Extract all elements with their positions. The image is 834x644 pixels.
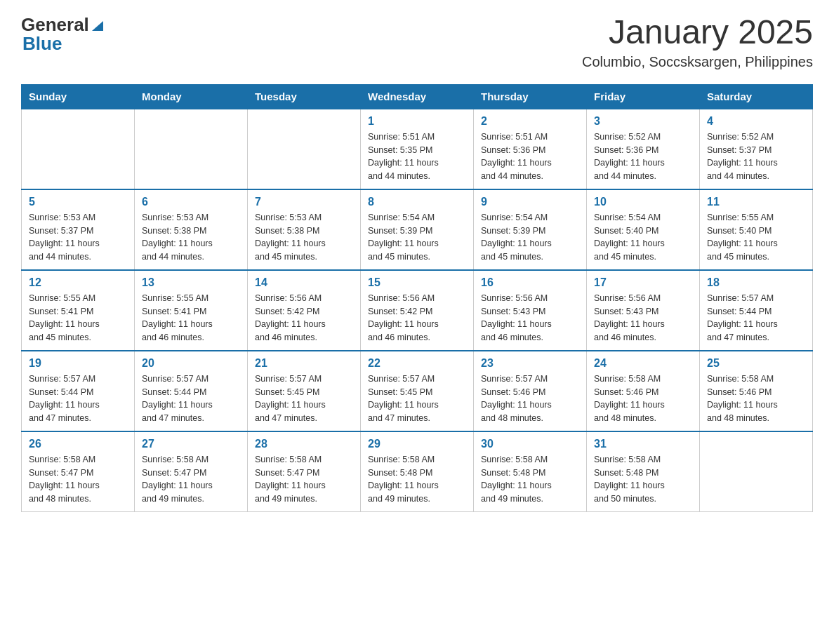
day-number: 2 (481, 115, 579, 128)
week-row-3: 12Sunrise: 5:55 AMSunset: 5:41 PMDayligh… (22, 270, 813, 351)
calendar-cell: 22Sunrise: 5:57 AMSunset: 5:45 PMDayligh… (361, 351, 474, 431)
day-number: 15 (368, 276, 466, 289)
day-info: Sunrise: 5:51 AMSunset: 5:35 PMDaylight:… (368, 130, 466, 183)
calendar-cell: 30Sunrise: 5:58 AMSunset: 5:48 PMDayligh… (474, 431, 587, 512)
calendar-cell (700, 431, 813, 512)
calendar-cell: 13Sunrise: 5:55 AMSunset: 5:41 PMDayligh… (135, 270, 248, 351)
col-wednesday: Wednesday (361, 84, 474, 109)
day-info: Sunrise: 5:58 AMSunset: 5:48 PMDaylight:… (594, 453, 692, 506)
day-number: 18 (707, 276, 805, 289)
col-monday: Monday (135, 84, 248, 109)
day-number: 11 (707, 196, 805, 208)
month-title: January 2025 (582, 14, 813, 51)
day-info: Sunrise: 5:51 AMSunset: 5:36 PMDaylight:… (481, 130, 579, 183)
day-number: 1 (368, 115, 466, 128)
day-info: Sunrise: 5:58 AMSunset: 5:47 PMDaylight:… (29, 453, 127, 506)
location-subtitle: Columbio, Soccsksargen, Philippines (582, 54, 813, 70)
calendar-cell: 9Sunrise: 5:54 AMSunset: 5:39 PMDaylight… (474, 189, 587, 270)
calendar-cell: 18Sunrise: 5:57 AMSunset: 5:44 PMDayligh… (700, 270, 813, 351)
day-number: 5 (29, 196, 127, 208)
calendar-cell: 20Sunrise: 5:57 AMSunset: 5:44 PMDayligh… (135, 351, 248, 431)
day-info: Sunrise: 5:57 AMSunset: 5:44 PMDaylight:… (29, 373, 127, 425)
day-info: Sunrise: 5:56 AMSunset: 5:42 PMDaylight:… (368, 292, 466, 344)
calendar-cell: 10Sunrise: 5:54 AMSunset: 5:40 PMDayligh… (587, 189, 700, 270)
week-row-2: 5Sunrise: 5:53 AMSunset: 5:37 PMDaylight… (22, 189, 813, 270)
calendar-cell: 17Sunrise: 5:56 AMSunset: 5:43 PMDayligh… (587, 270, 700, 351)
calendar-cell: 6Sunrise: 5:53 AMSunset: 5:38 PMDaylight… (135, 189, 248, 270)
calendar-cell (22, 109, 135, 189)
calendar-cell: 23Sunrise: 5:57 AMSunset: 5:46 PMDayligh… (474, 351, 587, 431)
day-info: Sunrise: 5:56 AMSunset: 5:43 PMDaylight:… (481, 292, 579, 344)
day-info: Sunrise: 5:58 AMSunset: 5:48 PMDaylight:… (368, 453, 466, 506)
day-info: Sunrise: 5:55 AMSunset: 5:40 PMDaylight:… (707, 211, 805, 264)
logo: General Blue (21, 14, 105, 55)
col-tuesday: Tuesday (248, 84, 361, 109)
day-number: 31 (594, 438, 692, 450)
day-number: 7 (255, 196, 353, 208)
day-number: 17 (594, 276, 692, 289)
day-number: 24 (594, 357, 692, 370)
calendar-cell: 12Sunrise: 5:55 AMSunset: 5:41 PMDayligh… (22, 270, 135, 351)
day-info: Sunrise: 5:52 AMSunset: 5:37 PMDaylight:… (707, 130, 805, 183)
calendar-cell: 31Sunrise: 5:58 AMSunset: 5:48 PMDayligh… (587, 431, 700, 512)
calendar-cell: 24Sunrise: 5:58 AMSunset: 5:46 PMDayligh… (587, 351, 700, 431)
day-info: Sunrise: 5:58 AMSunset: 5:46 PMDaylight:… (707, 373, 805, 425)
calendar-cell: 29Sunrise: 5:58 AMSunset: 5:48 PMDayligh… (361, 431, 474, 512)
day-number: 12 (29, 276, 127, 289)
day-info: Sunrise: 5:58 AMSunset: 5:46 PMDaylight:… (594, 373, 692, 425)
day-number: 28 (255, 438, 353, 450)
svg-marker-0 (92, 21, 103, 31)
day-number: 29 (368, 438, 466, 450)
day-number: 30 (481, 438, 579, 450)
week-row-1: 1Sunrise: 5:51 AMSunset: 5:35 PMDaylight… (22, 109, 813, 189)
calendar-cell: 7Sunrise: 5:53 AMSunset: 5:38 PMDaylight… (248, 189, 361, 270)
calendar-cell: 2Sunrise: 5:51 AMSunset: 5:36 PMDaylight… (474, 109, 587, 189)
calendar-cell: 1Sunrise: 5:51 AMSunset: 5:35 PMDaylight… (361, 109, 474, 189)
col-friday: Friday (587, 84, 700, 109)
day-info: Sunrise: 5:55 AMSunset: 5:41 PMDaylight:… (142, 292, 240, 344)
calendar-table: Sunday Monday Tuesday Wednesday Thursday… (21, 84, 813, 512)
day-number: 3 (594, 115, 692, 128)
calendar-cell: 11Sunrise: 5:55 AMSunset: 5:40 PMDayligh… (700, 189, 813, 270)
col-thursday: Thursday (474, 84, 587, 109)
day-number: 27 (142, 438, 240, 450)
calendar-cell: 14Sunrise: 5:56 AMSunset: 5:42 PMDayligh… (248, 270, 361, 351)
day-info: Sunrise: 5:53 AMSunset: 5:37 PMDaylight:… (29, 211, 127, 264)
day-number: 4 (707, 115, 805, 128)
day-number: 10 (594, 196, 692, 208)
day-number: 8 (368, 196, 466, 208)
week-row-5: 26Sunrise: 5:58 AMSunset: 5:47 PMDayligh… (22, 431, 813, 512)
col-sunday: Sunday (22, 84, 135, 109)
calendar-cell (135, 109, 248, 189)
calendar-header-row: Sunday Monday Tuesday Wednesday Thursday… (22, 84, 813, 109)
calendar-cell: 5Sunrise: 5:53 AMSunset: 5:37 PMDaylight… (22, 189, 135, 270)
day-info: Sunrise: 5:58 AMSunset: 5:47 PMDaylight:… (142, 453, 240, 506)
calendar-cell: 21Sunrise: 5:57 AMSunset: 5:45 PMDayligh… (248, 351, 361, 431)
day-info: Sunrise: 5:58 AMSunset: 5:47 PMDaylight:… (255, 453, 353, 506)
day-info: Sunrise: 5:58 AMSunset: 5:48 PMDaylight:… (481, 453, 579, 506)
week-row-4: 19Sunrise: 5:57 AMSunset: 5:44 PMDayligh… (22, 351, 813, 431)
calendar-cell: 8Sunrise: 5:54 AMSunset: 5:39 PMDaylight… (361, 189, 474, 270)
day-info: Sunrise: 5:57 AMSunset: 5:46 PMDaylight:… (481, 373, 579, 425)
calendar-cell: 16Sunrise: 5:56 AMSunset: 5:43 PMDayligh… (474, 270, 587, 351)
day-info: Sunrise: 5:56 AMSunset: 5:42 PMDaylight:… (255, 292, 353, 344)
calendar-cell: 27Sunrise: 5:58 AMSunset: 5:47 PMDayligh… (135, 431, 248, 512)
day-number: 6 (142, 196, 240, 208)
calendar-cell: 4Sunrise: 5:52 AMSunset: 5:37 PMDaylight… (700, 109, 813, 189)
day-number: 26 (29, 438, 127, 450)
calendar-cell: 28Sunrise: 5:58 AMSunset: 5:47 PMDayligh… (248, 431, 361, 512)
day-number: 19 (29, 357, 127, 370)
day-info: Sunrise: 5:56 AMSunset: 5:43 PMDaylight:… (594, 292, 692, 344)
day-number: 22 (368, 357, 466, 370)
col-saturday: Saturday (700, 84, 813, 109)
day-info: Sunrise: 5:54 AMSunset: 5:39 PMDaylight:… (368, 211, 466, 264)
day-info: Sunrise: 5:53 AMSunset: 5:38 PMDaylight:… (142, 211, 240, 264)
calendar-cell: 26Sunrise: 5:58 AMSunset: 5:47 PMDayligh… (22, 431, 135, 512)
page-header: General Blue January 2025 Columbio, Socc… (21, 14, 813, 70)
calendar-cell: 3Sunrise: 5:52 AMSunset: 5:36 PMDaylight… (587, 109, 700, 189)
day-number: 9 (481, 196, 579, 208)
logo-blue: Blue (22, 33, 62, 55)
calendar-cell: 15Sunrise: 5:56 AMSunset: 5:42 PMDayligh… (361, 270, 474, 351)
day-number: 25 (707, 357, 805, 370)
day-info: Sunrise: 5:54 AMSunset: 5:39 PMDaylight:… (481, 211, 579, 264)
